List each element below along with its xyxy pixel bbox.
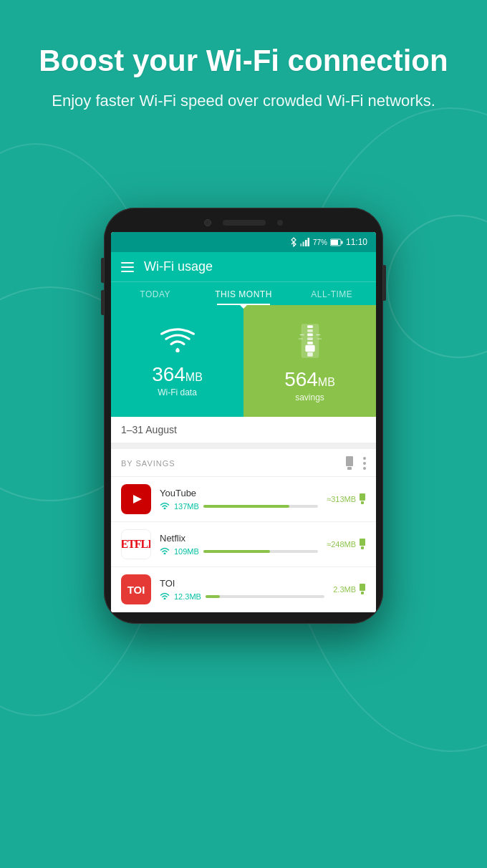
main-title: Boost your Wi-Fi connection: [29, 43, 458, 79]
youtube-savings-value: ≈313MB: [327, 495, 356, 503]
savings-section: BY SAVINGS: [111, 449, 376, 612]
tab-this-month[interactable]: THIS MONTH: [199, 282, 287, 305]
svg-point-31: [164, 553, 166, 555]
wifi-data-value: 364MB: [152, 365, 203, 385]
front-camera: [204, 219, 211, 226]
youtube-data-used: 137MB: [174, 502, 199, 511]
status-time: 11:10: [346, 237, 367, 247]
toi-wifi-icon: [160, 592, 170, 601]
svg-rect-3: [305, 240, 307, 246]
toi-progress-fill: [206, 595, 220, 598]
savings-panel: 564MB savings: [244, 305, 376, 417]
netflix-icon: NETFLIX: [121, 529, 151, 559]
svg-point-8: [175, 349, 179, 352]
svg-rect-16: [307, 352, 313, 357]
svg-rect-10: [307, 325, 313, 328]
netflix-savings-value: ≈248MB: [327, 540, 356, 549]
phone-outer: 77% 11:10 Wi-Fi usage: [104, 208, 383, 624]
svg-rect-29: [360, 493, 365, 501]
compress-sort-icon[interactable]: [344, 456, 355, 471]
svg-rect-12: [307, 334, 313, 337]
signal-icon: [300, 238, 310, 246]
tab-triangle: [239, 304, 248, 309]
toi-compress-icon: [359, 584, 366, 595]
youtube-progress-bg: [203, 505, 318, 508]
svg-rect-7: [341, 241, 342, 243]
youtube-name: YouTube: [160, 488, 318, 498]
svg-rect-33: [361, 546, 364, 549]
svg-rect-22: [347, 467, 352, 470]
speaker-grille: [223, 220, 266, 226]
app-title: Wi-Fi usage: [144, 259, 213, 274]
svg-rect-30: [361, 501, 364, 504]
svg-rect-14: [307, 342, 313, 344]
svg-rect-1: [300, 243, 302, 246]
youtube-bar-row: 137MB: [160, 501, 318, 511]
phone-notch: [111, 219, 376, 232]
youtube-compress-icon: [359, 493, 366, 505]
toi-icon: TOI: [121, 574, 151, 604]
tabs-bar: TODAY THIS MONTH ALL-TIME: [111, 281, 376, 305]
toi-savings-value: 2.3MB: [333, 585, 356, 594]
header-area: Boost your Wi-Fi connection Enjoy faster…: [0, 43, 487, 112]
phone-mockup: 77% 11:10 Wi-Fi usage: [104, 208, 383, 624]
power-button: [383, 265, 386, 301]
tab-today[interactable]: TODAY: [111, 282, 199, 305]
svg-rect-6: [331, 240, 338, 245]
battery-icon: [330, 238, 343, 246]
svg-point-25: [363, 467, 366, 470]
vol-down-button: [101, 290, 104, 315]
svg-rect-32: [360, 539, 365, 546]
proximity-sensor: [277, 220, 283, 226]
vol-up-button: [101, 258, 104, 283]
toi-savings: 2.3MB: [333, 584, 366, 595]
tab-all-time[interactable]: ALL-TIME: [288, 282, 376, 305]
date-range: 1–31 August: [111, 417, 376, 443]
svg-point-34: [164, 598, 166, 600]
status-bar: 77% 11:10: [111, 232, 376, 252]
status-icons: 77% 11:10: [290, 237, 367, 247]
svg-rect-11: [307, 329, 313, 332]
svg-rect-15: [305, 345, 314, 352]
svg-rect-21: [346, 456, 353, 466]
compression-icon: [297, 322, 323, 362]
netflix-data-used: 109MB: [174, 547, 199, 556]
netflix-progress-bg: [203, 550, 318, 553]
savings-header: BY SAVINGS: [111, 449, 376, 477]
toi-bar-row: 12.3MB: [160, 592, 324, 601]
screen-content: 364MB Wi-Fi data: [111, 305, 376, 612]
svg-rect-13: [307, 337, 313, 340]
data-card: 364MB Wi-Fi data: [111, 305, 376, 417]
toi-progress-bg: [206, 595, 324, 598]
savings-value: 564MB: [284, 370, 335, 390]
app-row-toi[interactable]: TOI TOI: [111, 567, 376, 612]
hamburger-menu-button[interactable]: [121, 262, 134, 272]
phone-screen: 77% 11:10 Wi-Fi usage: [111, 232, 376, 612]
app-row-youtube[interactable]: YouTube 137MB: [111, 477, 376, 522]
app-header: Wi-Fi usage: [111, 252, 376, 281]
youtube-wifi-icon: [160, 501, 170, 511]
app-row-netflix[interactable]: NETFLIX Netflix: [111, 522, 376, 567]
netflix-name: Netflix: [160, 533, 318, 544]
svg-rect-36: [361, 592, 364, 594]
bg-circle-2: [387, 215, 487, 358]
wifi-icon: [160, 327, 196, 357]
netflix-savings: ≈248MB: [327, 539, 366, 550]
youtube-savings: ≈313MB: [327, 493, 366, 505]
savings-label: savings: [295, 392, 324, 402]
savings-header-icons: [344, 456, 366, 471]
youtube-info: YouTube 137MB: [160, 488, 318, 511]
svg-point-28: [164, 508, 166, 510]
subtitle: Enjoy faster Wi-Fi speed over crowded Wi…: [29, 90, 458, 112]
svg-rect-2: [302, 242, 304, 247]
youtube-icon: [121, 484, 151, 514]
netflix-info: Netflix 109MB: [160, 533, 318, 556]
more-options-icon[interactable]: [363, 457, 366, 470]
svg-point-23: [363, 457, 366, 460]
bluetooth-icon: [290, 237, 297, 247]
svg-point-24: [363, 462, 366, 465]
wifi-data-panel: 364MB Wi-Fi data: [111, 305, 244, 417]
section-gap: [111, 443, 376, 449]
toi-info: TOI 12.3MB: [160, 578, 324, 601]
battery-percent: 77%: [313, 238, 327, 246]
